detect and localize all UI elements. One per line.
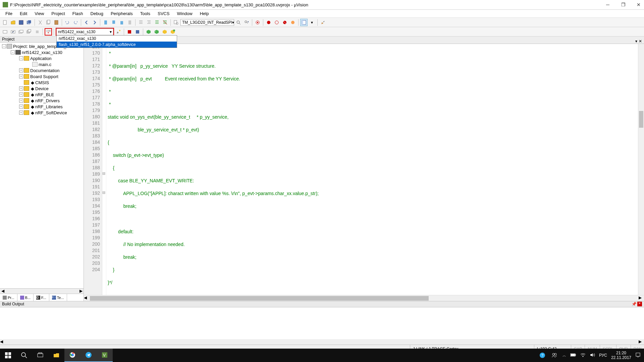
project-tab-functions[interactable]: {}F... <box>34 294 49 301</box>
target-options-icon[interactable] <box>115 28 122 36</box>
editor-tab-close-icon[interactable]: ✕ <box>639 39 642 44</box>
outdent-icon[interactable] <box>145 19 153 26</box>
taskbar-explorer[interactable] <box>48 349 64 362</box>
task-view-icon[interactable] <box>32 349 48 362</box>
menu-file[interactable]: File <box>2 10 16 17</box>
editor-hscroll[interactable]: ◀▶ <box>84 295 644 301</box>
target-option-0[interactable]: nrf51422_xxac_s130 <box>57 36 177 42</box>
tree-group-nrf-ble[interactable]: +◆nRF_BLE <box>1 92 83 98</box>
window-layout-dd-icon[interactable]: ▾ <box>308 19 316 26</box>
maximize-button[interactable]: ❐ <box>621 2 626 7</box>
build-output-pin-icon[interactable]: 📌 <box>632 302 636 306</box>
taskbar-chrome[interactable] <box>64 349 80 362</box>
editor-tab-dropdown-icon[interactable]: ▾ <box>635 39 637 44</box>
menu-tools[interactable]: Tools <box>137 10 154 17</box>
nav-back-icon[interactable] <box>83 19 90 26</box>
breakpoint-disable-icon[interactable] <box>273 19 280 26</box>
find-next-icon[interactable] <box>243 19 250 26</box>
menu-project[interactable]: Project <box>48 10 68 17</box>
tray-help-icon[interactable]: ? <box>538 349 546 362</box>
new-file-icon[interactable] <box>1 19 9 26</box>
tree-group-nrf-drivers[interactable]: +◆nRF_Drivers <box>1 98 83 104</box>
tree-group-cmsis[interactable]: ◆CMSIS <box>1 79 83 85</box>
project-tree[interactable]: −Project: ble_app_template_s −nrf51422_x… <box>0 43 84 288</box>
tree-file-main-c[interactable]: main.c <box>1 61 83 67</box>
stop-build-icon[interactable] <box>34 28 41 36</box>
undo-icon[interactable] <box>64 19 71 26</box>
menu-peripherals[interactable]: Peripherals <box>107 10 136 17</box>
close-button[interactable]: ✕ <box>636 2 641 7</box>
editor-vscroll[interactable] <box>638 44 644 295</box>
translate-icon[interactable] <box>1 28 9 36</box>
manage-books-icon[interactable] <box>134 28 141 36</box>
copy-icon[interactable] <box>45 19 52 26</box>
tray-chevron-icon[interactable]: ︿ <box>562 353 566 358</box>
tree-group-board-support[interactable]: +Board Support <box>1 73 83 79</box>
build-batch-icon[interactable] <box>25 28 33 36</box>
start-button[interactable] <box>0 349 16 362</box>
breakpoint-icon[interactable] <box>265 19 272 26</box>
target-select-combo[interactable]: nrf51422_xxac_s130▾ nrf51422_xxac_s130 f… <box>56 28 114 36</box>
find-combo[interactable]: TM_L3GD20_INT_ReadSPI▾ <box>180 19 234 26</box>
menu-edit[interactable]: Edit <box>16 10 31 17</box>
minimize-button[interactable]: ─ <box>605 2 610 7</box>
tree-target[interactable]: −nrf51422_xxac_s130 <box>1 49 83 55</box>
tray-notifications-icon[interactable] <box>635 352 641 359</box>
tray-people-icon[interactable] <box>550 349 558 362</box>
breakpoint-kill-icon[interactable] <box>289 19 297 26</box>
build-output-close-icon[interactable]: ✕ <box>637 302 642 306</box>
comment-icon[interactable] <box>153 19 161 26</box>
taskbar-telegram[interactable] <box>80 349 97 362</box>
build-icon[interactable] <box>9 28 17 36</box>
search-icon[interactable] <box>16 349 32 362</box>
configure-icon[interactable] <box>319 19 327 26</box>
file-extensions-icon[interactable] <box>126 28 133 36</box>
menu-svcs[interactable]: SVCS <box>154 10 173 17</box>
menu-view[interactable]: View <box>31 10 47 17</box>
indent-icon[interactable] <box>137 19 145 26</box>
tree-group-nrf-libraries[interactable]: +◆nRF_Libraries <box>1 104 83 110</box>
save-all-icon[interactable] <box>25 19 33 26</box>
bookmark-next-icon[interactable] <box>118 19 125 26</box>
breakpoint-remove-icon[interactable] <box>281 19 288 26</box>
tray-wifi-icon[interactable] <box>580 353 586 358</box>
find-icon[interactable] <box>235 19 242 26</box>
tray-volume-icon[interactable] <box>590 353 595 358</box>
menu-flash[interactable]: Flash <box>69 10 87 17</box>
nav-forward-icon[interactable] <box>91 19 98 26</box>
uncomment-icon[interactable] <box>161 19 169 26</box>
tray-clock[interactable]: 21:2022.11.2017 <box>611 351 631 360</box>
redo-icon[interactable] <box>72 19 79 26</box>
menu-help[interactable]: Help <box>197 10 212 17</box>
project-hscroll[interactable]: ◀▶ <box>0 288 84 294</box>
debug-start-icon[interactable] <box>254 19 261 26</box>
taskbar-uvision[interactable]: V <box>97 349 113 362</box>
rebuild-icon[interactable] <box>17 28 25 36</box>
code-text[interactable]: * * @param[in] p_yy_service YY Service s… <box>106 44 638 295</box>
bookmark-clear-icon[interactable] <box>126 19 133 26</box>
build-output-body[interactable] <box>0 307 644 339</box>
tree-group-nrf-softdevice[interactable]: +◆nRF_SoftDevice <box>1 110 83 116</box>
open-file-icon[interactable] <box>9 19 17 26</box>
bookmark-prev-icon[interactable] <box>110 19 117 26</box>
find-in-files-icon[interactable] <box>172 19 180 26</box>
project-tab-templates[interactable]: 0→Te... <box>49 294 67 301</box>
tree-group-documentation[interactable]: +Documentation <box>1 67 83 73</box>
project-tab-books[interactable]: B... <box>17 294 34 301</box>
menu-debug[interactable]: Debug <box>87 10 107 17</box>
pack-next-icon[interactable] <box>161 28 168 36</box>
tree-group-device[interactable]: +◆Device <box>1 85 83 92</box>
tree-group-application[interactable]: −Application <box>1 55 83 61</box>
fold-gutter[interactable]: ⊟⊟ <box>102 44 106 295</box>
paste-icon[interactable] <box>53 19 60 26</box>
project-tab-project[interactable]: Pr... <box>0 294 17 301</box>
pack-rte-icon[interactable] <box>169 28 176 36</box>
code-area[interactable]: 1691701711721731741751761771781791801811… <box>84 44 644 295</box>
save-icon[interactable] <box>17 19 25 26</box>
tray-battery-icon[interactable] <box>570 353 576 358</box>
bookmark-icon[interactable] <box>102 19 109 26</box>
target-option-1[interactable]: flash_s130_nrf51_2.0.0-7.alpha_softdevic… <box>57 42 177 48</box>
pack-prev-icon[interactable] <box>153 28 160 36</box>
download-icon[interactable]: LOAD <box>45 28 52 36</box>
cut-icon[interactable] <box>37 19 44 26</box>
